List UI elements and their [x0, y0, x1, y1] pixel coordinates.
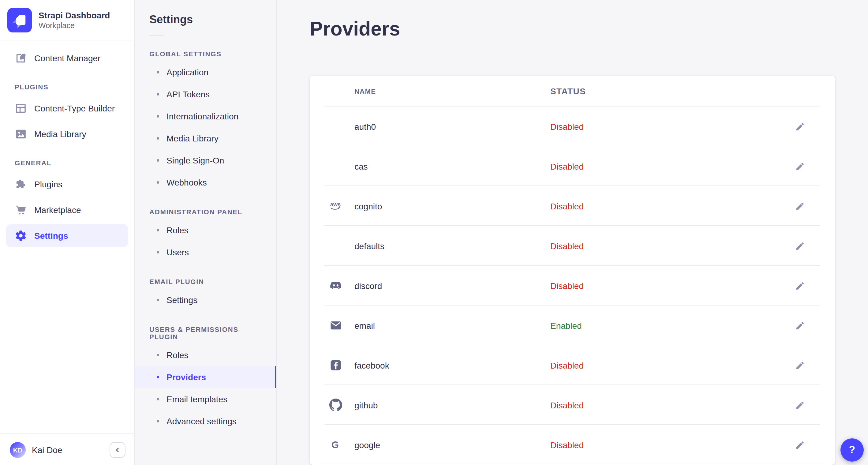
brand-text: Strapi Dashboard Workplace [38, 10, 110, 31]
settings-nav-item-providers[interactable]: Providers [135, 366, 276, 388]
provider-status-cell: Disabled [550, 161, 788, 171]
edit-cell [788, 355, 812, 375]
pencil-icon [795, 201, 805, 211]
svg-text:aws: aws [330, 202, 341, 208]
settings-nav-item-media-library[interactable]: Media Library [135, 127, 276, 149]
provider-row-cas: casDisabled [310, 146, 835, 186]
content-type-builder-icon [15, 102, 27, 115]
edit-google-button[interactable] [790, 435, 810, 455]
bullet-icon [157, 376, 159, 378]
sidebar-item-content-type-builder[interactable]: Content-Type Builder [6, 97, 128, 120]
sidebar-item-marketplace[interactable]: Marketplace [6, 198, 128, 222]
settings-nav-title: Settings [149, 13, 261, 26]
edit-cell [788, 276, 812, 296]
user-name: Kai Doe [32, 445, 103, 455]
pencil-icon [795, 320, 805, 330]
edit-cell [788, 196, 812, 216]
marketplace-icon [15, 204, 27, 216]
edit-facebook-button[interactable] [790, 355, 810, 375]
main-content: Providers NAME STATUS auth0DisabledcasDi… [277, 0, 868, 465]
providers-table-card: NAME STATUS auth0DisabledcasDisabledawsc… [310, 76, 835, 465]
pencil-icon [795, 360, 805, 370]
sidebar-item-label: Content Manager [34, 53, 100, 63]
bullet-icon [157, 420, 159, 423]
settings-nav-item-settings[interactable]: Settings [135, 289, 276, 311]
sidebar-item-label: Content-Type Builder [34, 103, 115, 113]
sidebar-item-plugins[interactable]: Plugins [6, 173, 128, 196]
main-sidebar: Strapi Dashboard Workplace Content Manag… [0, 0, 135, 465]
settings-nav-item-advanced-settings[interactable]: Advanced settings [135, 410, 276, 432]
workspace-switcher[interactable]: Strapi Dashboard Workplace [0, 0, 134, 40]
bullet-icon [157, 115, 159, 118]
provider-row-discord: discordDisabled [310, 266, 835, 306]
provider-name: google [354, 440, 550, 450]
provider-status-cell: Enabled [550, 320, 788, 330]
settings-section-label: USERS & PERMISSIONS PLUGIN [149, 326, 261, 340]
provider-name: cognito [354, 201, 550, 211]
avatar[interactable]: KD [10, 442, 26, 458]
settings-nav-sections: GLOBAL SETTINGSApplicationAPI TokensInte… [135, 50, 276, 432]
settings-nav-item-users[interactable]: Users [135, 241, 276, 263]
column-header-status: STATUS [550, 86, 788, 96]
status-badge: Disabled [550, 400, 584, 410]
settings-nav-item-webhooks[interactable]: Webhooks [135, 172, 276, 193]
edit-cognito-button[interactable] [790, 196, 810, 216]
settings-nav-item-single-sign-on[interactable]: Single Sign-On [135, 149, 276, 172]
divider [149, 35, 164, 35]
edit-cell [788, 236, 812, 256]
sidebar-item-content-manager[interactable]: Content Manager [6, 46, 128, 70]
bullet-icon [157, 398, 159, 400]
aws-icon: aws [329, 199, 354, 212]
pencil-icon [795, 440, 805, 450]
edit-github-button[interactable] [790, 395, 810, 415]
brand-subtitle: Workplace [38, 21, 110, 31]
bullet-icon [157, 159, 159, 162]
settings-nav-item-internationalization[interactable]: Internationalization [135, 105, 276, 127]
edit-discord-button[interactable] [790, 276, 810, 296]
column-header-name: NAME [354, 88, 550, 95]
settings-nav-item-application[interactable]: Application [135, 61, 276, 83]
provider-status-cell: Disabled [550, 281, 788, 290]
settings-section-label: GLOBAL SETTINGS [149, 50, 261, 58]
settings-nav-item-roles[interactable]: Roles [135, 344, 276, 366]
settings-section-label: ADMINISTRATION PANEL [149, 208, 261, 216]
provider-status-cell: Disabled [550, 201, 788, 211]
help-button[interactable]: ? [840, 438, 864, 462]
edit-cas-button[interactable] [790, 156, 810, 176]
status-badge: Disabled [550, 241, 584, 251]
settings-nav-item-label: Application [166, 67, 209, 77]
edit-email-button[interactable] [790, 316, 810, 335]
edit-defaults-button[interactable] [790, 236, 810, 256]
discord-icon [329, 279, 354, 292]
brand-title: Strapi Dashboard [38, 10, 110, 21]
provider-name: email [354, 320, 550, 330]
provider-name: discord [354, 281, 550, 290]
settings-section-label: EMAIL PLUGIN [149, 278, 261, 285]
bullet-icon [157, 181, 159, 184]
email-icon [329, 319, 354, 332]
table-body: auth0DisabledcasDisabledawscognitoDisabl… [310, 106, 835, 465]
provider-status-cell: Disabled [550, 400, 788, 410]
edit-auth0-button[interactable] [790, 117, 810, 136]
sidebar-item-media-library[interactable]: Media Library [6, 122, 128, 146]
table-header-row: NAME STATUS [310, 76, 835, 106]
settings-nav-item-label: Users [166, 247, 189, 257]
facebook-icon [329, 359, 354, 372]
provider-status-cell: Disabled [550, 122, 788, 131]
settings-nav-item-api-tokens[interactable]: API Tokens [135, 83, 276, 105]
status-badge: Disabled [550, 360, 584, 370]
sidebar-item-settings[interactable]: Settings [6, 224, 128, 247]
settings-nav-item-email-templates[interactable]: Email templates [135, 388, 276, 410]
settings-nav-item-label: Email templates [166, 394, 227, 404]
sidebar-item-label: Media Library [34, 129, 86, 139]
bullet-icon [157, 354, 159, 356]
svg-text:G: G [332, 440, 339, 450]
provider-name: facebook [354, 360, 550, 370]
collapse-sidebar-button[interactable] [110, 442, 125, 458]
bullet-icon [157, 93, 159, 95]
github-icon [329, 399, 354, 411]
status-badge: Disabled [550, 161, 584, 171]
provider-name: auth0 [354, 122, 550, 131]
bullet-icon [157, 71, 159, 73]
settings-nav-item-roles[interactable]: Roles [135, 219, 276, 241]
